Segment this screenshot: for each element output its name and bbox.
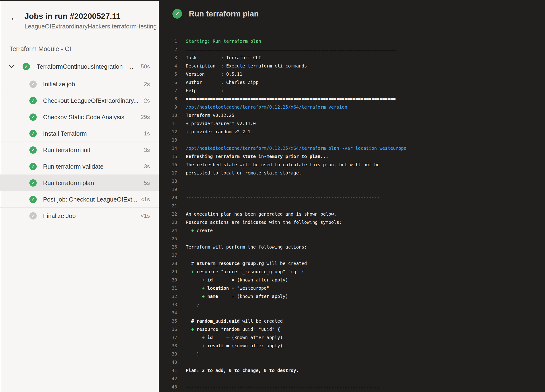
line-number[interactable]: 35 [159, 317, 177, 325]
line-number[interactable]: 27 [159, 251, 177, 259]
line-number[interactable]: 37 [159, 333, 177, 342]
line-number[interactable]: 6 [159, 78, 177, 86]
job-row-install-terraform[interactable]: ✓Install Terraform1s [0, 125, 159, 142]
job-row-initialize-job[interactable]: ✓Initialize job2s [0, 76, 159, 92]
job-label: TerraformContinuousIntegration - ... [37, 63, 133, 70]
line-text: } [186, 350, 199, 358]
log-line: 30 + id = (known after apply) [159, 276, 545, 284]
log-line: 31 + location = "westeurope" [159, 284, 545, 292]
check-glyph: ✓ [175, 11, 179, 17]
line-text: Terraform will perform the following act… [186, 243, 307, 251]
line-number[interactable]: 25 [159, 235, 177, 243]
log-line: 23Resource actions are indicated with th… [159, 218, 545, 227]
line-number[interactable]: 39 [159, 350, 177, 358]
line-number[interactable]: 4 [159, 62, 177, 70]
line-text: + resource "azurerm_resource_group" "rg"… [186, 268, 304, 276]
log-line: 29 + resource "azurerm_resource_group" "… [159, 268, 545, 276]
line-number[interactable]: 32 [159, 292, 177, 300]
line-number[interactable]: 28 [159, 259, 177, 268]
line-text: + name = (known after apply) [186, 292, 288, 300]
line-number[interactable]: 15 [159, 152, 177, 161]
line-number[interactable]: 20 [159, 194, 177, 202]
job-row-checkov-static-code-analysis[interactable]: ✓Checkov Static Code Analysis29s [0, 109, 159, 125]
line-number[interactable]: 42 [159, 375, 177, 383]
log-line: 33 } [159, 300, 545, 309]
line-number[interactable]: 9 [159, 103, 177, 111]
line-number[interactable]: 2 [159, 45, 177, 54]
line-number[interactable]: 18 [159, 177, 177, 185]
log-line: 4Description : Execute terraform cli com… [159, 62, 545, 70]
line-text: + id = (known after apply) [186, 333, 283, 342]
line-text: # random_uuid.uuid will be created [186, 317, 283, 325]
line-number[interactable]: 29 [159, 268, 177, 276]
job-row-terraformcontinuousintegration[interactable]: ✓TerraformContinuousIntegration - ...50s [0, 57, 159, 76]
job-row-finalize-job[interactable]: ✓Finalize Job<1s [0, 208, 159, 224]
log-line: 6Author : Charles Zipp [159, 78, 545, 86]
log-line: 40 [159, 358, 545, 366]
job-label: Finalize Job [43, 212, 76, 219]
line-number[interactable]: 12 [159, 128, 177, 136]
line-number[interactable]: 10 [159, 111, 177, 119]
line-number[interactable]: 24 [159, 227, 177, 235]
line-number[interactable]: 41 [159, 366, 177, 375]
line-number[interactable]: 17 [159, 169, 177, 177]
line-number[interactable]: 21 [159, 202, 177, 210]
line-text: /opt/hostedtoolcache/terraform/0.12.25/x… [186, 144, 406, 152]
line-number[interactable]: 1 [159, 37, 177, 45]
success-check-icon: ✓ [29, 97, 37, 104]
line-number[interactable]: 13 [159, 136, 177, 144]
job-duration: 3s [144, 147, 150, 153]
line-number[interactable]: 16 [159, 161, 177, 169]
log-line: 28 # azurerm_resource_group.rg will be c… [159, 259, 545, 268]
line-number[interactable]: 14 [159, 144, 177, 152]
line-number[interactable]: 5 [159, 70, 177, 78]
line-text: persisted to local or remote state stora… [186, 169, 302, 177]
line-number[interactable]: 36 [159, 325, 177, 333]
line-number[interactable]: 7 [159, 86, 177, 95]
line-number[interactable]: 22 [159, 210, 177, 218]
job-row-run-terraform-init[interactable]: ✓Run terraform init3s [0, 142, 159, 158]
chevron-down-icon[interactable] [8, 64, 15, 69]
log-line: 15Refreshing Terraform state in-memory p… [159, 152, 545, 161]
success-check-icon: ✓ [172, 9, 182, 18]
pipeline-name: LeagueOfExtraordinaryHackers.terraform-t… [25, 23, 157, 30]
line-number[interactable]: 40 [159, 358, 177, 366]
line-number[interactable]: 8 [159, 95, 177, 103]
line-number[interactable]: 3 [159, 54, 177, 62]
line-number[interactable]: 33 [159, 300, 177, 309]
back-button[interactable]: ← [8, 12, 20, 23]
job-list: ✓TerraformContinuousIntegration - ...50s… [0, 57, 159, 224]
line-number[interactable]: 30 [159, 276, 177, 284]
line-number[interactable]: 34 [159, 309, 177, 317]
line-text: + result = (known after apply) [186, 342, 283, 350]
job-row-checkout-leagueofextraordinary[interactable]: ✓Checkout LeagueOfExtraordinary...2s [0, 92, 159, 109]
job-duration: 1s [144, 130, 150, 137]
line-number[interactable]: 19 [159, 185, 177, 194]
line-text: An execution plan has been generated and… [186, 210, 337, 218]
line-number[interactable]: 11 [159, 119, 177, 128]
log-line: 41Plan: 2 to add, 0 to change, 0 to dest… [159, 366, 545, 375]
line-text: Description : Execute terraform cli comm… [186, 62, 307, 70]
job-row-run-terraform-validate[interactable]: ✓Run terraform validate3s [0, 158, 159, 175]
job-row-post-job-checkout-leagueofext[interactable]: ✓Post-job: Checkout LeagueOfExt...<1s [0, 191, 159, 208]
line-number[interactable]: 23 [159, 218, 177, 227]
log-line: 27 [159, 251, 545, 259]
line-number[interactable]: 38 [159, 342, 177, 350]
jobs-sidebar: ← Jobs in run #20200527.11 LeagueOfExtra… [0, 1, 159, 392]
log-line: 32 + name = (known after apply) [159, 292, 545, 300]
job-label: Run terraform plan [43, 179, 94, 186]
stage-label: Terraform Module - CI [9, 45, 71, 53]
line-number[interactable]: 43 [159, 383, 177, 391]
success-check-icon: ✓ [23, 63, 30, 70]
job-row-run-terraform-plan[interactable]: ✓Run terraform plan5s [0, 175, 159, 191]
line-number[interactable]: 26 [159, 243, 177, 251]
job-label: Install Terraform [43, 130, 87, 137]
job-duration: <1s [141, 196, 150, 203]
log-line: 3Task : Terraform CLI [159, 54, 545, 62]
job-label: Run terraform init [43, 146, 90, 153]
line-number[interactable]: 31 [159, 284, 177, 292]
line-text: } [186, 300, 199, 309]
line-text: + id = (known after apply) [186, 276, 288, 284]
log-line: 13 [159, 136, 545, 144]
success-check-icon: ✓ [29, 113, 37, 121]
